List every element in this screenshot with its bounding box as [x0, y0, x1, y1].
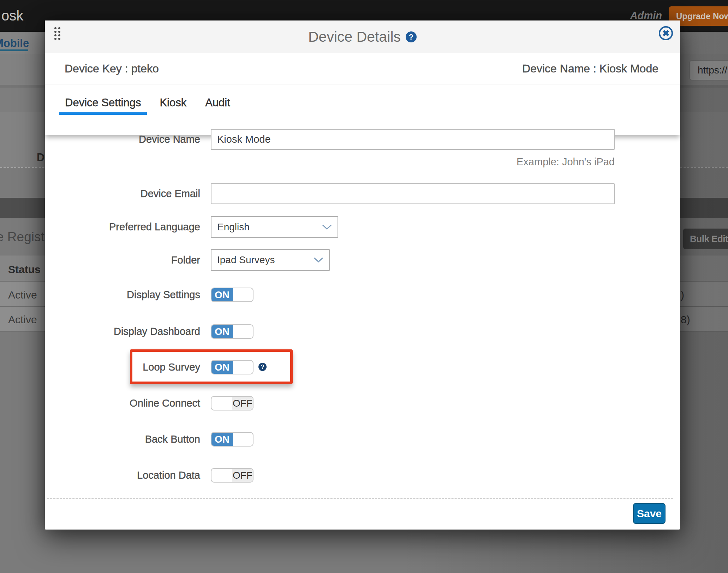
display-settings-label: Display Settings [45, 288, 200, 302]
modal-title: Device Details [308, 29, 401, 45]
loop-survey-help-icon[interactable]: ? [258, 363, 267, 371]
loop-survey-label: Loop Survey [45, 360, 200, 374]
folder-select[interactable]: Ipad Surveys [211, 249, 330, 271]
close-icon[interactable]: ✖ [659, 26, 673, 40]
device-details-modal: Device Details ? ✖ Device Key : pteko De… [45, 20, 680, 530]
admin-link[interactable]: Admin [630, 10, 662, 22]
footer-divider [47, 498, 673, 499]
loop-survey-toggle[interactable]: ON [211, 360, 253, 374]
online-connect-toggle[interactable]: OFF [211, 396, 253, 410]
tab-audit[interactable]: Audit [199, 84, 236, 115]
preferred-language-value: English [217, 221, 250, 233]
modal-titlebar: Device Details ? ✖ [45, 20, 680, 53]
location-data-label: Location Data [45, 468, 200, 483]
tab-kiosk[interactable]: Kiosk [154, 84, 192, 115]
save-button[interactable]: Save [633, 503, 666, 524]
folder-label: Folder [45, 249, 200, 271]
folder-value: Ipad Surveys [217, 254, 275, 266]
chevron-down-icon [314, 257, 323, 263]
device-name-label: Device Name [45, 129, 200, 150]
toggle-on-state: ON [211, 432, 233, 446]
modal-header: Device Details ? ✖ Device Key : pteko De… [45, 20, 680, 135]
display-dashboard-toggle[interactable]: ON [211, 324, 253, 339]
device-name-hint: Example: John's iPad [211, 156, 615, 168]
help-icon[interactable]: ? [406, 31, 417, 42]
toggle-on-state: ON [211, 360, 233, 374]
toggle-on-state: ON [211, 288, 233, 302]
location-data-toggle[interactable]: OFF [211, 468, 253, 483]
chevron-down-icon [322, 224, 332, 230]
drag-handle-icon[interactable] [54, 27, 60, 40]
device-key-text: Device Key : pteko [65, 62, 159, 75]
brand-logo-fragment: osk [1, 8, 23, 24]
modal-tabs: Device Settings Kiosk Audit [45, 84, 680, 115]
preferred-language-select[interactable]: English [211, 216, 338, 238]
preferred-language-label: Preferred Language [45, 216, 200, 238]
toggle-off-state: OFF [232, 396, 253, 410]
display-dashboard-label: Display Dashboard [45, 324, 200, 339]
back-button-label: Back Button [45, 432, 200, 447]
display-settings-toggle[interactable]: ON [211, 288, 253, 302]
online-connect-label: Online Connect [45, 396, 200, 410]
toggle-on-state: ON [211, 325, 233, 338]
tab-device-settings[interactable]: Device Settings [59, 84, 147, 115]
device-key-row: Device Key : pteko Device Name : Kiosk M… [45, 53, 680, 84]
device-email-label: Device Email [45, 183, 200, 204]
device-email-input[interactable] [211, 183, 615, 204]
device-name-input[interactable] [211, 129, 615, 150]
toggle-off-state: OFF [232, 468, 253, 482]
back-button-toggle[interactable]: ON [211, 432, 253, 447]
device-name-text: Device Name : Kiosk Mode [522, 62, 658, 75]
